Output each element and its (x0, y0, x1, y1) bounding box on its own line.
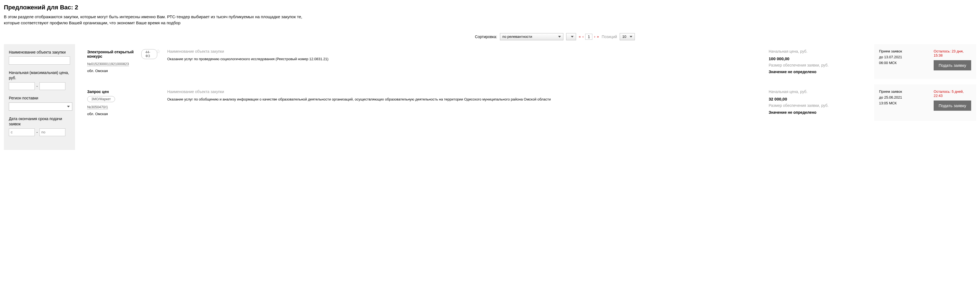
filter-price-from[interactable] (9, 82, 35, 90)
filters-panel: Наименование объекта закупки Начальная (… (4, 44, 75, 150)
apply-title: Прием заявок (879, 49, 929, 53)
sort-value: по релевантности (503, 35, 532, 38)
filter-region-label: Регион поставки (9, 96, 70, 101)
page-intro: В этом разделе отображаются закупки, кот… (4, 14, 316, 26)
remaining-time: Осталось: 5 дней, 22:43 (934, 90, 971, 98)
page-title: Предложений для Вас: 2 (4, 4, 976, 11)
next-page-icon[interactable]: › (594, 35, 595, 38)
deposit-label: Размер обеспечения заявки, руб. (768, 103, 869, 109)
pager: « ‹ 1 › » (579, 34, 599, 40)
positions-select[interactable]: 10 (620, 33, 635, 40)
filter-price-label: Начальная (максимальная) цена, руб. (9, 70, 70, 81)
object-desc: Оказание услуг по проведению социологиче… (167, 56, 759, 62)
range-sep2: - (37, 130, 38, 134)
sort-label: Сортировка: (475, 35, 497, 39)
deposit-value: Значение не определено (768, 70, 869, 74)
page-number: 1 (585, 34, 592, 40)
apply-title: Прием заявок (879, 90, 929, 94)
registry-link[interactable]: №0152300011921000823 (87, 62, 129, 66)
region: обл. Омская (87, 112, 157, 116)
price-label: Начальная цена, руб. (768, 90, 869, 94)
price-label: Начальная цена, руб. (768, 49, 869, 54)
deposit-value: Значение не определено (768, 110, 869, 115)
result-card: Электронный открытый конкурс 44-ФЗ №0152… (82, 44, 976, 79)
object-desc: Оказание услуг по обобщению и анализу ин… (167, 97, 759, 102)
procedure-type: Запрос цен (87, 90, 157, 94)
filter-date-to[interactable] (40, 128, 65, 136)
deposit-label: Размер обеспечения заявки, руб. (768, 63, 869, 68)
apply-time: 06:00 МСК (879, 61, 929, 65)
apply-time: 13:05 МСК (879, 101, 929, 105)
range-sep: - (37, 84, 38, 88)
sort-select[interactable]: по релевантности (500, 33, 563, 40)
law-badge: ЗМО/Маркет (87, 96, 115, 102)
positions-value: 10 (622, 35, 626, 38)
registry-link[interactable]: №3050470/1 (87, 105, 108, 109)
region: обл. Омская (87, 69, 157, 73)
object-label: Наименование объекта закупки (167, 49, 759, 54)
apply-button[interactable]: Подать заявку (934, 60, 971, 70)
apply-button[interactable]: Подать заявку (934, 101, 971, 111)
procedure-type: Электронный открытый конкурс (87, 50, 138, 59)
last-page-icon[interactable]: » (597, 35, 599, 38)
apply-until: до 13.07.2021 (879, 55, 929, 59)
apply-until: до 25.06.2021 (879, 95, 929, 99)
result-card: Запрос цен ЗМО/Маркет №3050470/1 обл. Ом… (82, 85, 976, 121)
sort-toolbar: Сортировка: по релевантности « ‹ 1 › » П… (134, 33, 976, 40)
sort-extra-select[interactable] (566, 33, 576, 40)
prev-page-icon[interactable]: ‹ (582, 35, 584, 38)
filter-name-label: Наименование объекта закупки (9, 50, 70, 55)
price-value: 32 000,00 (768, 97, 869, 101)
results-list: Электронный открытый конкурс 44-ФЗ №0152… (82, 44, 976, 121)
filter-date-from[interactable] (9, 128, 35, 136)
star-icon[interactable]: ☆ (156, 48, 161, 55)
filter-deadline-label: Дата окончания срока подачи заявок (9, 116, 70, 127)
filter-region-select[interactable] (9, 102, 72, 111)
remaining-time: Осталось: 23 дня, 15:38 (934, 49, 971, 58)
filter-name-input[interactable] (9, 56, 70, 65)
object-label: Наименование объекта закупки (167, 90, 759, 94)
positions-label: Позиций (602, 35, 617, 39)
filter-price-to[interactable] (40, 82, 65, 90)
price-value: 100 000,00 (768, 56, 869, 61)
first-page-icon[interactable]: « (579, 35, 581, 38)
law-badge: 44-ФЗ (141, 49, 157, 59)
